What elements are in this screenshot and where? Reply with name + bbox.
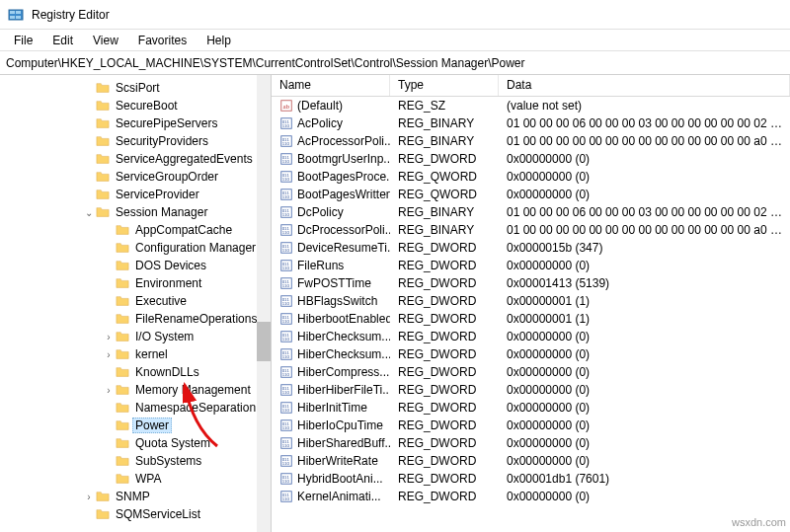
value-name: HybridBootAni... <box>297 472 383 486</box>
table-row[interactable]: BootPagesProce...REG_QWORD0x00000000 (0) <box>272 168 790 186</box>
table-row[interactable]: HiberHiberFileTi...REG_DWORD0x00000000 (… <box>272 381 790 399</box>
tree-item[interactable]: Environment <box>0 274 271 292</box>
tree-item[interactable]: Executive <box>0 292 271 310</box>
svg-rect-3 <box>10 16 15 19</box>
col-type[interactable]: Type <box>390 75 499 96</box>
menu-file[interactable]: File <box>4 32 42 49</box>
tree-item[interactable]: KnownDLLs <box>0 363 271 381</box>
tree-item[interactable]: DOS Devices <box>0 257 271 274</box>
tree-item[interactable]: ›Memory Management <box>0 381 271 399</box>
tree-item[interactable]: AppCompatCache <box>0 221 271 239</box>
tree-item[interactable]: SecureBoot <box>0 97 271 114</box>
menu-bar: File Edit View Favorites Help <box>0 30 790 51</box>
table-row[interactable]: HBFlagsSwitchREG_DWORD0x00000001 (1) <box>272 292 790 310</box>
chevron-right-icon[interactable]: › <box>103 385 115 396</box>
menu-view[interactable]: View <box>83 32 128 49</box>
folder-icon <box>115 223 130 237</box>
value-data: 0x00000000 (0) <box>499 152 790 166</box>
col-data[interactable]: Data <box>499 75 790 96</box>
value-data: 0x00000001 (1) <box>499 312 790 326</box>
tree-item[interactable]: ›kernel <box>0 345 271 363</box>
tree-item-label: SecureBoot <box>113 98 181 114</box>
value-type: REG_BINARY <box>390 223 499 237</box>
value-data: 0x0000015b (347) <box>499 241 790 255</box>
tree-scroll-thumb[interactable] <box>257 322 271 361</box>
value-type: REG_DWORD <box>390 347 499 361</box>
value-data: 0x00000000 (0) <box>499 401 790 415</box>
table-row[interactable]: HiberChecksum...REG_DWORD0x00000000 (0) <box>272 328 790 345</box>
table-row[interactable]: HiberbootEnabledREG_DWORD0x00000001 (1) <box>272 310 790 328</box>
tree-item[interactable]: Power <box>0 417 271 434</box>
col-name[interactable]: Name <box>272 75 390 96</box>
value-type: REG_DWORD <box>390 259 499 272</box>
table-row[interactable]: AcPolicyREG_BINARY01 00 00 00 06 00 00 0… <box>272 114 790 132</box>
table-row[interactable]: HybridBootAni...REG_DWORD0x00001db1 (760… <box>272 470 790 488</box>
tree-item[interactable]: SubSystems <box>0 452 271 470</box>
tree-item[interactable]: SecurePipeServers <box>0 114 271 132</box>
table-row[interactable]: AcProcessorPoli...REG_BINARY01 00 00 00 … <box>272 132 790 150</box>
chevron-right-icon[interactable]: › <box>83 492 95 502</box>
tree-item[interactable]: WPA <box>0 470 271 488</box>
menu-help[interactable]: Help <box>197 32 241 49</box>
value-type: REG_DWORD <box>390 276 499 290</box>
tree-pane[interactable]: ScsiPortSecureBootSecurePipeServersSecur… <box>0 75 272 532</box>
table-row[interactable]: FwPOSTTimeREG_DWORD0x00001413 (5139) <box>272 274 790 292</box>
tree-item[interactable]: NamespaceSeparation <box>0 399 271 417</box>
tree-item-label: ScsiPort <box>113 80 163 96</box>
table-row[interactable]: DcPolicyREG_BINARY01 00 00 00 06 00 00 0… <box>272 203 790 221</box>
main-content: ScsiPortSecureBootSecurePipeServersSecur… <box>0 75 790 532</box>
string-value-icon <box>279 99 293 113</box>
tree-item[interactable]: FileRenameOperations <box>0 310 271 328</box>
tree-item[interactable]: ⌄Session Manager <box>0 203 271 221</box>
value-type: REG_DWORD <box>390 436 499 450</box>
chevron-right-icon[interactable]: › <box>103 332 115 342</box>
table-row[interactable]: HiberChecksum...REG_DWORD0x00000000 (0) <box>272 345 790 363</box>
table-row[interactable]: (Default)REG_SZ(value not set) <box>272 97 790 114</box>
table-row[interactable]: HiberInitTimeREG_DWORD0x00000000 (0) <box>272 399 790 417</box>
tree-item[interactable]: ›I/O System <box>0 328 271 345</box>
menu-edit[interactable]: Edit <box>42 32 83 49</box>
tree-item-label: Configuration Manager <box>132 240 259 256</box>
tree-item[interactable]: ServiceGroupOrder <box>0 168 271 186</box>
chevron-down-icon[interactable]: ⌄ <box>83 207 95 218</box>
value-type: REG_BINARY <box>390 134 499 148</box>
tree-item[interactable]: SQMServiceList <box>0 505 271 523</box>
menu-favorites[interactable]: Favorites <box>128 32 197 49</box>
value-name: BootPagesWritten <box>297 188 390 201</box>
binary-value-icon <box>279 152 293 166</box>
tree-item[interactable]: ScsiPort <box>0 79 271 97</box>
table-row[interactable]: HiberCompress...REG_DWORD0x00000000 (0) <box>272 363 790 381</box>
value-data: 0x00000000 (0) <box>499 490 790 503</box>
value-type: REG_DWORD <box>390 152 499 166</box>
table-row[interactable]: BootmgrUserInp...REG_DWORD0x00000000 (0) <box>272 150 790 168</box>
value-type: REG_DWORD <box>390 365 499 379</box>
binary-value-icon <box>279 241 293 255</box>
folder-icon <box>115 454 130 468</box>
binary-value-icon <box>279 383 293 397</box>
tree-item[interactable]: ServiceProvider <box>0 186 271 203</box>
value-data: 01 00 00 00 00 00 00 00 00 00 00 00 00 0… <box>499 223 790 237</box>
tree-item[interactable]: SecurityProviders <box>0 132 271 150</box>
table-row[interactable]: FileRunsREG_DWORD0x00000000 (0) <box>272 257 790 274</box>
table-row[interactable]: DeviceResumeTi...REG_DWORD0x0000015b (34… <box>272 239 790 257</box>
folder-icon <box>95 152 111 166</box>
column-header: Name Type Data <box>272 75 790 97</box>
table-row[interactable]: HiberSharedBuff...REG_DWORD0x00000000 (0… <box>272 434 790 452</box>
tree-item[interactable]: Quota System <box>0 434 271 452</box>
value-type: REG_DWORD <box>390 241 499 255</box>
table-row[interactable]: DcProcessorPoli...REG_BINARY01 00 00 00 … <box>272 221 790 239</box>
tree-item[interactable]: ServiceAggregatedEvents <box>0 150 271 168</box>
table-row[interactable]: HiberIoCpuTimeREG_DWORD0x00000000 (0) <box>272 417 790 434</box>
values-pane[interactable]: Name Type Data (Default)REG_SZ(value not… <box>272 75 790 532</box>
value-type: REG_DWORD <box>390 418 499 432</box>
tree-scrollbar[interactable] <box>257 75 271 532</box>
value-name: HiberHiberFileTi... <box>297 383 390 397</box>
tree-item[interactable]: Configuration Manager <box>0 239 271 257</box>
table-row[interactable]: HiberWriteRateREG_DWORD0x00000000 (0) <box>272 452 790 470</box>
table-row[interactable]: BootPagesWrittenREG_QWORD0x00000000 (0) <box>272 186 790 203</box>
chevron-right-icon[interactable]: › <box>103 349 115 360</box>
value-name: BootPagesProce... <box>297 170 390 184</box>
address-bar[interactable]: Computer\HKEY_LOCAL_MACHINE\SYSTEM\Curre… <box>0 51 790 75</box>
table-row[interactable]: KernelAnimati...REG_DWORD0x00000000 (0) <box>272 488 790 505</box>
tree-item[interactable]: ›SNMP <box>0 488 271 505</box>
